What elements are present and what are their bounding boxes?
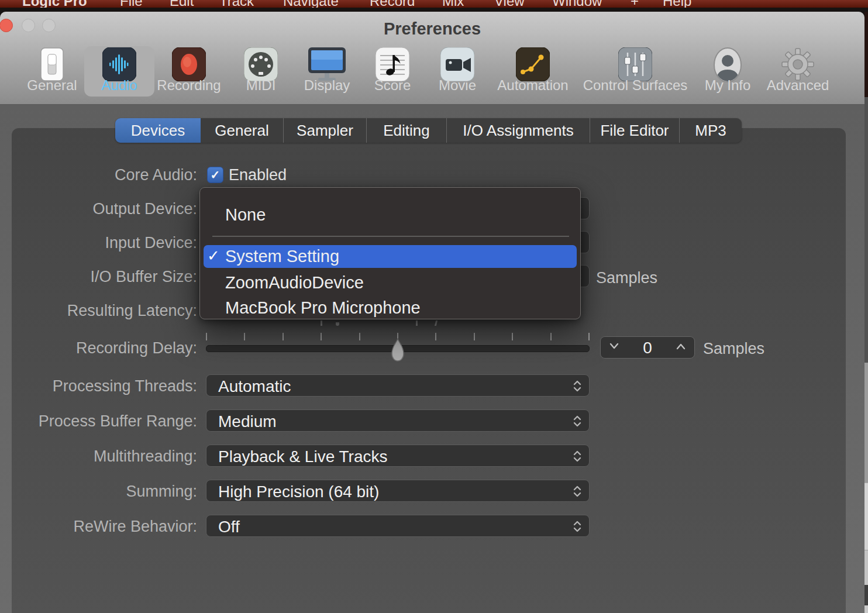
audio-preferences-tabs: Devices General Sampler Editing I/O Assi… (115, 118, 742, 143)
io-buffer-unit-label: Samples (596, 269, 657, 287)
processing-threads-popup[interactable]: Automatic (206, 374, 590, 397)
tab-io-assignments[interactable]: I/O Assignments (446, 118, 590, 143)
menu-item-macbook-pro-microphone[interactable]: MacBook Pro Microphone (225, 298, 421, 318)
recording-delay-unit-label: Samples (703, 340, 764, 358)
tab-general[interactable]: General (201, 118, 283, 143)
menu-item-none[interactable]: None (225, 205, 266, 225)
process-buffer-range-label: Process Buffer Range: (0, 412, 197, 431)
multithreading-label: Multithreading: (0, 447, 197, 466)
menu-record[interactable]: Record (370, 0, 415, 8)
io-buffer-size-label: I/O Buffer Size: (0, 268, 197, 286)
recording-delay-label: Recording Delay: (0, 339, 197, 357)
menu-mix[interactable]: Mix (442, 0, 464, 8)
tab-sampler[interactable]: Sampler (283, 118, 366, 143)
menu-logic-pro[interactable]: Logic Pro (22, 0, 87, 8)
stepper-increment-button[interactable] (670, 342, 687, 354)
popup-chevrons-icon (571, 414, 583, 429)
process-buffer-range-popup[interactable]: Medium (206, 409, 590, 432)
checkmark-icon: ✓ (207, 247, 220, 265)
core-audio-checkbox-label: Enabled (229, 166, 287, 184)
menu-separator (212, 236, 569, 237)
rewire-behavior-popup[interactable]: Off (206, 515, 590, 537)
menu-extra-glyph[interactable]: + (631, 0, 639, 8)
menu-window[interactable]: Window (552, 0, 602, 8)
tab-editing[interactable]: Editing (366, 118, 446, 143)
input-device-label: Input Device: (0, 234, 197, 252)
rewire-behavior-label: ReWire Behavior: (0, 518, 197, 536)
processing-threads-label: Processing Threads: (0, 377, 197, 395)
tab-mp3[interactable]: MP3 (679, 118, 742, 143)
multithreading-popup[interactable]: Playback & Live Tracks (206, 445, 590, 467)
tab-file-editor[interactable]: File Editor (590, 118, 679, 143)
popup-chevrons-icon (571, 519, 583, 534)
menubar: Logic Pro File Edit Track Navigate Recor… (0, 0, 868, 8)
tab-devices[interactable]: Devices (115, 118, 201, 143)
menu-edit[interactable]: Edit (170, 0, 194, 8)
menu-navigate[interactable]: Navigate (283, 0, 339, 8)
core-audio-checkbox[interactable]: ✓ (207, 167, 223, 183)
background-window-sliver (864, 12, 868, 613)
popup-chevrons-icon (571, 484, 583, 499)
window-title: Preferences (0, 19, 864, 39)
menu-item-zoomaudiodevice[interactable]: ZoomAudioDevice (225, 273, 364, 292)
core-audio-label: Core Audio: (0, 166, 197, 184)
recording-delay-stepper: 0 (600, 336, 695, 359)
menu-file[interactable]: File (120, 0, 143, 8)
window-chrome: Preferences General Audio Recording (0, 12, 864, 105)
popup-chevrons-icon (571, 449, 583, 464)
resulting-latency-label: Resulting Latency: (0, 302, 197, 320)
menu-track[interactable]: Track (219, 0, 254, 8)
summing-popup[interactable]: High Precision (64 bit) (206, 480, 590, 502)
latency-text-fragment (416, 321, 418, 326)
menu-item-system-setting[interactable]: System Setting (225, 247, 339, 266)
menu-help[interactable]: Help (663, 0, 691, 8)
latency-text-fragment (336, 322, 339, 326)
latency-text-fragment (321, 321, 322, 326)
output-device-label: Output Device: (0, 200, 197, 218)
menu-view[interactable]: View (494, 0, 525, 8)
device-dropdown-menu: None ✓ System Setting ZoomAudioDevice Ma… (199, 187, 581, 319)
popup-chevrons-icon (571, 378, 583, 394)
preferences-content: Devices General Sampler Editing I/O Assi… (0, 105, 864, 613)
preferences-window: Preferences General Audio Recording (0, 12, 864, 613)
slider-thumb[interactable] (391, 338, 405, 364)
summing-label: Summing: (0, 483, 197, 501)
recording-delay-slider[interactable] (206, 333, 590, 368)
